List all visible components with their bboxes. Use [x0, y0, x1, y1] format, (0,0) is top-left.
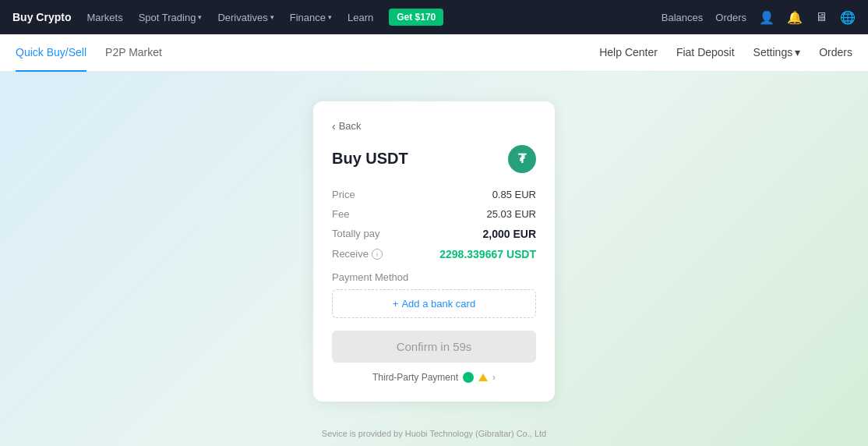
third-party-payment[interactable]: Third-Party Payment › — [332, 372, 536, 383]
main-content: ‹ Back Buy USDT ₮ Price 0.85 EUR Fee 25.… — [0, 72, 868, 446]
yellow-triangle-icon — [478, 373, 488, 381]
settings-arrow: ▾ — [795, 46, 800, 58]
receive-label-text: Receive — [332, 248, 369, 260]
price-value: 0.85 EUR — [492, 189, 536, 200]
third-party-chevron: › — [492, 372, 496, 383]
p2p-market-tab[interactable]: P2P Market — [105, 34, 162, 72]
markets-link[interactable]: Markets — [86, 12, 122, 23]
get-button[interactable]: Get $170 — [389, 9, 443, 26]
sub-nav-left: Quick Buy/Sell P2P Market — [16, 34, 599, 72]
back-label: Back — [339, 120, 362, 132]
fiat-deposit-link[interactable]: Fiat Deposit — [676, 34, 735, 72]
totally-pay-value: 2,000 EUR — [483, 228, 536, 240]
add-bank-card-button[interactable]: + Add a bank card — [332, 289, 536, 318]
user-icon[interactable]: 👤 — [759, 10, 774, 25]
top-nav-left: Buy Crypto Markets Spot Trading ▾ Deriva… — [12, 9, 646, 26]
orders-link-sub[interactable]: Orders — [819, 34, 852, 72]
price-label: Price — [332, 189, 355, 200]
back-button[interactable]: ‹ Back — [332, 120, 536, 133]
fee-label: Fee — [332, 208, 349, 220]
usdt-icon: ₮ — [508, 145, 536, 173]
sub-nav-right: Help Center Fiat Deposit Settings ▾ Orde… — [599, 34, 852, 72]
derivatives-link[interactable]: Derivatives ▾ — [217, 12, 273, 23]
orders-link-top[interactable]: Orders — [715, 12, 746, 23]
spot-trading-link[interactable]: Spot Trading ▾ — [139, 12, 203, 23]
spot-trading-arrow: ▾ — [198, 13, 202, 21]
totally-pay-label: Totally pay — [332, 228, 379, 239]
derivatives-arrow: ▾ — [270, 13, 274, 21]
usdt-symbol: ₮ — [518, 151, 526, 166]
third-party-label: Third-Party Payment — [372, 372, 458, 383]
screen-icon[interactable]: 🖥 — [815, 10, 827, 24]
receive-row: Receive i 2298.339667 USDT — [332, 248, 536, 260]
receive-label-group: Receive i — [332, 248, 383, 260]
finance-arrow: ▾ — [328, 13, 332, 21]
add-bank-card-text: Add a bank card — [401, 298, 475, 310]
top-navigation: Buy Crypto Markets Spot Trading ▾ Deriva… — [0, 0, 868, 34]
bell-icon[interactable]: 🔔 — [787, 10, 803, 25]
finance-link[interactable]: Finance ▾ — [290, 12, 332, 23]
quick-buy-sell-tab[interactable]: Quick Buy/Sell — [16, 34, 86, 72]
brand-label[interactable]: Buy Crypto — [12, 11, 71, 23]
sub-navigation: Quick Buy/Sell P2P Market Help Center Fi… — [0, 34, 868, 72]
learn-link[interactable]: Learn — [348, 12, 373, 23]
fee-value: 25.03 EUR — [486, 208, 536, 220]
plus-icon: + — [393, 298, 399, 310]
top-nav-right: Balances Orders 👤 🔔 🖥 🌐 — [662, 10, 856, 25]
back-arrow-icon: ‹ — [332, 120, 336, 133]
price-row: Price 0.85 EUR — [332, 189, 536, 200]
card-header: Buy USDT ₮ — [332, 145, 536, 173]
receive-value: 2298.339667 USDT — [439, 248, 536, 260]
help-center-link[interactable]: Help Center — [599, 34, 658, 72]
balances-link[interactable]: Balances — [662, 12, 703, 23]
globe-icon[interactable]: 🌐 — [840, 10, 856, 25]
settings-link[interactable]: Settings ▾ — [753, 34, 801, 72]
card-title: Buy USDT — [332, 150, 408, 168]
confirm-button[interactable]: Confirm in 59s — [332, 331, 536, 363]
payment-method-label: Payment Method — [332, 271, 536, 283]
fee-row: Fee 25.03 EUR — [332, 208, 536, 220]
footer-text: Sevice is provided by Huobi Technology (… — [0, 429, 868, 438]
green-dot-icon — [463, 372, 474, 383]
buy-usdt-card: ‹ Back Buy USDT ₮ Price 0.85 EUR Fee 25.… — [313, 101, 555, 402]
totally-pay-row: Totally pay 2,000 EUR — [332, 228, 536, 240]
receive-info-icon[interactable]: i — [372, 249, 383, 260]
